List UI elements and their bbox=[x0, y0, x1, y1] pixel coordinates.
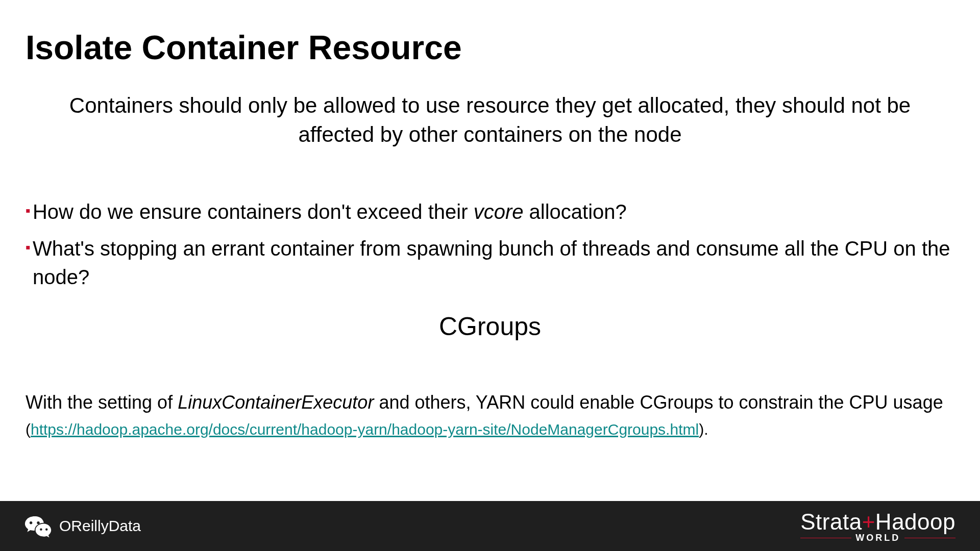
brand-world: WORLD bbox=[855, 533, 900, 543]
footnote-paren-close: ). bbox=[699, 421, 708, 438]
bullet-item: ▪ How do we ensure containers don't exce… bbox=[26, 197, 954, 226]
bullet-text-pre: How do we ensure containers don't exceed… bbox=[33, 201, 474, 223]
wechat-icon bbox=[24, 514, 52, 538]
footer-left: OReillyData bbox=[24, 514, 141, 538]
footnote-italic: LinuxContainerExecutor bbox=[178, 392, 374, 413]
bullet-marker-icon: ▪ bbox=[26, 234, 31, 291]
slide-subtitle: Containers should only be allowed to use… bbox=[36, 91, 944, 149]
bullet-text: How do we ensure containers don't exceed… bbox=[33, 197, 954, 226]
footer-left-label: OReillyData bbox=[59, 517, 141, 535]
bullet-marker-icon: ▪ bbox=[26, 197, 31, 226]
slide-title: Isolate Container Resource bbox=[26, 28, 954, 67]
footnote-mid: and others, YARN could enable CGroups to… bbox=[374, 392, 943, 413]
brand-strata: Strata bbox=[800, 509, 862, 534]
bullet-text-italic: vcore bbox=[474, 201, 524, 223]
footnote-pre: With the setting of bbox=[26, 392, 178, 413]
cgroups-heading: CGroups bbox=[26, 312, 954, 341]
bullet-text-pre: What's stopping an errant container from… bbox=[33, 237, 950, 288]
footer-bar: OReillyData Strata+Hadoop WORLD bbox=[0, 501, 980, 551]
brand-hadoop: Hadoop bbox=[875, 509, 955, 534]
divider-line-icon bbox=[800, 538, 851, 538]
footer-brand-main: Strata+Hadoop bbox=[800, 509, 955, 535]
footer-brand: Strata+Hadoop WORLD bbox=[800, 509, 955, 543]
divider-line-icon bbox=[904, 538, 955, 538]
bullet-list: ▪ How do we ensure containers don't exce… bbox=[26, 197, 954, 291]
bullet-item: ▪ What's stopping an errant container fr… bbox=[26, 234, 954, 291]
bullet-text-post: allocation? bbox=[523, 201, 626, 223]
content-area: Isolate Container Resource Containers sh… bbox=[0, 0, 980, 441]
footnote-paren-open: ( bbox=[26, 421, 31, 438]
brand-plus: + bbox=[862, 509, 875, 534]
bullet-text: What's stopping an errant container from… bbox=[33, 234, 954, 291]
slide: Isolate Container Resource Containers sh… bbox=[0, 0, 980, 551]
footnote-link[interactable]: https://hadoop.apache.org/docs/current/h… bbox=[31, 421, 699, 438]
footnote: With the setting of LinuxContainerExecut… bbox=[26, 390, 954, 441]
